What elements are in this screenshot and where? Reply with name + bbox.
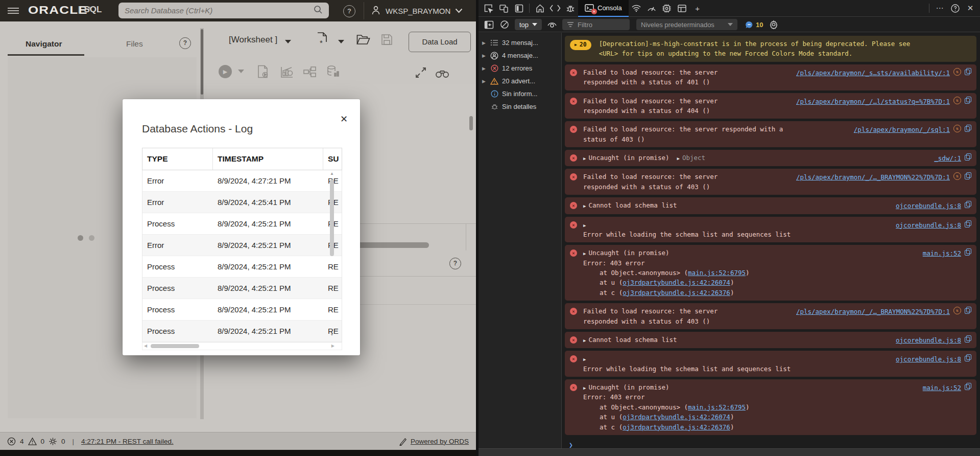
open-issue-icon[interactable]: ⇅: [953, 68, 961, 76]
source-location-link[interactable]: _sdw/:1: [934, 153, 961, 163]
source-location-link[interactable]: ojcorebundle.js:8: [896, 335, 961, 345]
devtools-close-icon[interactable]: ✕: [963, 4, 978, 13]
performance-tab-icon[interactable]: [644, 1, 659, 15]
open-file-icon[interactable]: [356, 34, 370, 45]
stack-frame-link[interactable]: oj3rdpartybundle.js:42:26074: [623, 279, 730, 286]
object-preview[interactable]: Object: [682, 154, 705, 162]
expand-editor-icon[interactable]: [415, 66, 427, 79]
log-levels-dropdown[interactable]: Niveles predeterminados: [636, 19, 737, 30]
sidebar-filter-item[interactable]: ▶12 errores: [479, 62, 561, 75]
status-errors-icon[interactable]: [7, 437, 16, 446]
hamburger-menu-icon[interactable]: [8, 6, 19, 15]
explain-plan-icon[interactable]: [280, 66, 294, 78]
copy-icon[interactable]: [965, 248, 971, 256]
javascript-context-selector[interactable]: top: [515, 19, 542, 30]
expand-caret-icon[interactable]: ▶: [482, 66, 487, 71]
expand-caret-icon[interactable]: ▶: [677, 156, 680, 161]
more-tabs-plus-icon[interactable]: +: [690, 4, 705, 13]
open-issue-icon[interactable]: ⇅: [953, 125, 961, 132]
live-expression-eye-icon[interactable]: [546, 19, 558, 30]
column-header[interactable]: TYPE: [142, 148, 213, 170]
run-script-icon[interactable]: [257, 65, 269, 78]
stack-frame-link[interactable]: oj3rdpartybundle.js:42:26074: [623, 413, 730, 421]
expand-caret-icon[interactable]: ▶: [583, 156, 586, 161]
devtools-help-icon[interactable]: [947, 1, 963, 15]
copy-icon[interactable]: [965, 220, 971, 227]
console-filter-input[interactable]: Filtro: [562, 19, 630, 30]
status-warnings-icon[interactable]: [28, 437, 37, 446]
expand-caret-icon[interactable]: ▶: [583, 357, 586, 362]
application-tab-icon[interactable]: [675, 1, 690, 15]
copy-icon[interactable]: [965, 307, 971, 314]
source-location-link[interactable]: /pls/apex/braymon/_/…l/status?q=%7B%7D:1: [796, 97, 950, 106]
console-sidebar-toggle-icon[interactable]: [483, 19, 494, 30]
table-row[interactable]: Process8/9/2024, 4:25:21 PMRE: [142, 256, 342, 278]
powered-by-ords-link[interactable]: Powered by ORDS: [411, 438, 469, 445]
open-issue-icon[interactable]: ⇅: [953, 307, 961, 314]
autotrace-icon[interactable]: [303, 66, 317, 78]
stack-frame-link[interactable]: oj3rdpartybundle.js:42:26376: [623, 289, 730, 297]
source-location-link[interactable]: /pls/apex/braymon/_/sql:1: [854, 125, 950, 134]
user-menu[interactable]: WKSP_BRAYMON: [371, 0, 463, 21]
save-icon[interactable]: [381, 34, 393, 45]
table-row[interactable]: Process8/9/2024, 4:25:21 PMRE: [142, 278, 342, 299]
modal-horizontal-scrollbar[interactable]: ◀ ▶: [142, 343, 342, 350]
editor-vertical-scrollbar[interactable]: [469, 116, 473, 130]
welcome-tab-icon[interactable]: [532, 1, 547, 15]
open-issue-icon[interactable]: ⇅: [953, 172, 961, 180]
warning-count-badge[interactable]: ▶20: [570, 40, 591, 50]
memory-tab-icon[interactable]: [659, 1, 675, 15]
source-location-link[interactable]: /pls/apex/braymon/_s…sts/availability/:1: [796, 68, 950, 78]
copy-icon[interactable]: [965, 335, 971, 343]
sidebar-filter-item[interactable]: Sin detalles: [479, 100, 561, 113]
source-location-link[interactable]: /pls/apex/braymon/_/…_BRAYMON%22%7D%7D:1: [796, 307, 950, 316]
network-tab-icon[interactable]: [629, 1, 644, 15]
device-emulation-icon[interactable]: [496, 1, 511, 15]
stack-frame-link[interactable]: main.js:52:6795: [688, 403, 746, 411]
stack-frame-link[interactable]: main.js:52:6795: [688, 269, 746, 277]
copy-icon[interactable]: [965, 172, 971, 179]
copy-icon[interactable]: [965, 383, 971, 390]
source-location-link[interactable]: main.js:52: [923, 383, 961, 393]
data-load-button[interactable]: Data Load: [409, 32, 471, 52]
column-header[interactable]: SU: [323, 148, 343, 170]
stack-frame-link[interactable]: oj3rdpartybundle.js:42:26376: [623, 423, 730, 431]
elements-tab-icon[interactable]: [547, 1, 563, 15]
worksheet-selector[interactable]: [Worksheet ]: [229, 35, 277, 45]
worksheet-selector-caret-icon[interactable]: [285, 40, 291, 43]
table-row[interactable]: Error8/9/2024, 4:25:41 PMRE: [142, 192, 342, 213]
clear-console-icon[interactable]: [499, 19, 510, 30]
copy-icon[interactable]: [965, 354, 971, 361]
console-prompt[interactable]: ❯: [564, 438, 980, 449]
sidebar-filter-item[interactable]: ▶4 mensaje...: [479, 49, 561, 62]
source-location-link[interactable]: main.js:52: [923, 248, 961, 258]
status-processes-icon[interactable]: [49, 437, 57, 446]
source-location-link[interactable]: ojcorebundle.js:8: [896, 354, 961, 364]
table-row[interactable]: Error8/9/2024, 4:27:21 PMRE: [142, 170, 342, 192]
console-settings-gear-icon[interactable]: [768, 19, 779, 30]
run-options-caret-icon[interactable]: [238, 70, 244, 73]
copy-icon[interactable]: [965, 97, 971, 104]
expand-caret-icon[interactable]: ▶: [583, 223, 586, 228]
copy-icon[interactable]: [965, 68, 971, 75]
source-location-link[interactable]: ojcorebundle.js:8: [896, 220, 961, 230]
copy-icon[interactable]: [965, 201, 971, 208]
expand-caret-icon[interactable]: ▶: [482, 40, 487, 45]
modal-vertical-scrollbar[interactable]: ▲ ▼: [329, 171, 334, 337]
sidebar-filter-item[interactable]: ▶20 advert...: [479, 75, 561, 87]
expand-caret-icon[interactable]: ▶: [583, 251, 586, 256]
copy-icon[interactable]: [965, 125, 971, 132]
search-database-input[interactable]: Search Database (Ctrl+K): [118, 3, 329, 18]
new-worksheet-icon[interactable]: *: [316, 32, 329, 46]
table-row[interactable]: Process8/9/2024, 4:25:21 PMRE: [142, 213, 342, 235]
table-row[interactable]: Process8/9/2024, 4:25:21 PMRE: [142, 321, 342, 342]
expand-caret-icon[interactable]: ▶: [482, 53, 487, 58]
run-statement-button[interactable]: ▶: [219, 65, 232, 78]
header-help-icon[interactable]: ?: [343, 5, 355, 17]
expand-caret-icon[interactable]: ▶: [482, 79, 487, 84]
find-binoculars-icon[interactable]: [435, 66, 449, 79]
sidebar-filter-item[interactable]: ▶32 mensaj...: [479, 36, 561, 49]
status-message-link[interactable]: 4:27:21 PM - REST call failed.: [81, 438, 174, 445]
focus-page-icon[interactable]: [511, 1, 527, 15]
more-help-icon[interactable]: ?: [449, 258, 461, 269]
